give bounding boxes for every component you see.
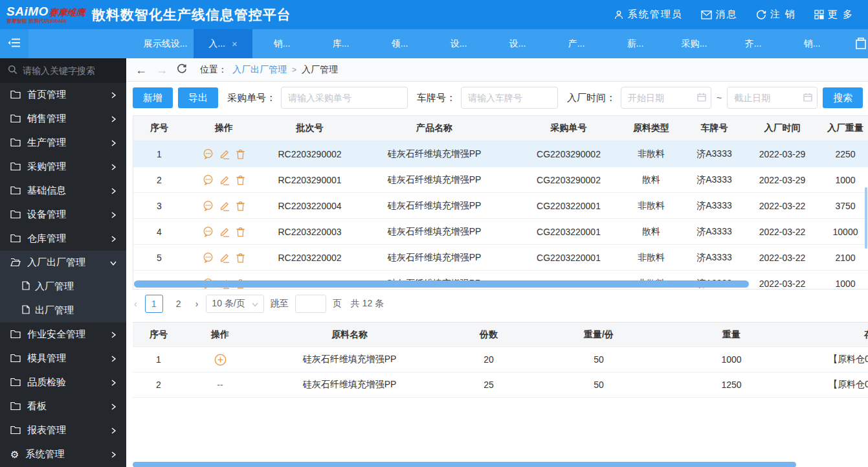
logout-icon [756, 10, 766, 20]
plate-input[interactable] [461, 87, 558, 109]
tab-purchase[interactable]: 采购... [665, 29, 724, 58]
edit-icon[interactable] [219, 175, 230, 185]
comment-icon[interactable] [203, 252, 214, 263]
chevron-right-icon [109, 139, 117, 147]
sidebar-item-equipment[interactable]: 设备管理 [0, 203, 126, 227]
tab-bar: 展示线设... 入... × 销... 库... 领... 设... 设... … [0, 29, 868, 58]
tab-sales[interactable]: 销... [252, 29, 311, 58]
more-label: 更 多 [828, 8, 854, 21]
delete-icon[interactable] [236, 253, 245, 263]
sidebar-item-basic-info[interactable]: 基础信息 [0, 179, 126, 203]
edit-icon[interactable] [219, 201, 230, 211]
vertical-scrollbar[interactable] [865, 187, 867, 249]
user-name: 系统管理员 [628, 8, 683, 21]
export-button[interactable]: 导出 [178, 87, 218, 108]
folder-icon [10, 329, 21, 340]
comment-icon[interactable] [203, 226, 214, 237]
tab-entry-label: 入... [208, 38, 225, 50]
search-input[interactable] [23, 65, 126, 76]
table-row[interactable]: 5 RC2203220002 硅灰石纤维填充增强PP CG2203220001 … [133, 245, 868, 271]
horizontal-scrollbar[interactable] [134, 280, 749, 288]
sidebar-item-purchase[interactable]: 采购管理 [0, 155, 126, 179]
table-row[interactable]: 1 RC2203290002 硅灰石纤维填充增强PP CG2203290002 … [133, 141, 868, 167]
sidebar-item-sales[interactable]: 销售管理 [0, 107, 126, 131]
folder-icon [10, 89, 21, 100]
table-row[interactable]: 4 RC2203220003 硅灰石纤维填充增强PP CG2203220001 … [133, 219, 868, 245]
sidebar-item-entry-exit[interactable]: 入厂出厂管理 [0, 251, 126, 275]
prev-page-button[interactable]: ‹ [133, 299, 139, 309]
sidebar: 首页管理 销售管理 生产管理 采购管理 基础信息 设备管理 仓库管理 入厂出厂管… [0, 58, 126, 467]
detail-row[interactable]: 2 -- 硅灰石纤维填充增强PP 25 50 1250 【原料仓0 [133, 372, 868, 398]
breadcrumb-parent-link[interactable]: 入厂出厂管理 [232, 64, 287, 76]
delete-icon[interactable] [236, 149, 245, 159]
search-button[interactable]: 搜索 [823, 87, 863, 108]
table-row[interactable]: 3 RC2203220004 硅灰石纤维填充增强PP CG2203220001 … [133, 193, 868, 219]
chevron-right-icon [109, 211, 117, 219]
back-button[interactable]: ← [135, 64, 147, 76]
sidebar-item-mold[interactable]: 模具管理 [0, 347, 126, 370]
page-horizontal-scrollbar[interactable] [133, 462, 796, 467]
tab-salary[interactable]: 薪... [606, 29, 665, 58]
next-page-button[interactable]: › [194, 299, 200, 309]
tab-sales-2[interactable]: 销... [783, 29, 841, 58]
delete-icon[interactable] [236, 201, 245, 211]
tab-device-2[interactable]: 设... [488, 29, 547, 58]
edit-icon[interactable] [219, 227, 230, 237]
messages-button[interactable]: 消息 [701, 8, 738, 21]
sidebar-item-kanban[interactable]: 看板 [0, 394, 126, 418]
comment-icon[interactable] [203, 148, 214, 159]
refresh-button[interactable] [177, 63, 187, 76]
clipboard-icon[interactable] [856, 38, 868, 51]
start-date-input[interactable] [621, 87, 711, 109]
end-date-input[interactable] [727, 87, 818, 109]
sidebar-item-warehouse[interactable]: 仓库管理 [0, 227, 126, 251]
comment-icon[interactable] [203, 200, 214, 211]
top-header: SAiMO 赛摩维鹰 赛摩智能 股票代码300466 散料数智化生产线信息管控平… [0, 0, 868, 29]
jump-page-input[interactable] [295, 295, 326, 313]
document-icon [22, 281, 30, 292]
logout-button[interactable]: 注 销 [756, 8, 796, 21]
logo-accent-text: 赛摩维鹰 [49, 8, 85, 17]
add-button[interactable]: 新增 [133, 87, 173, 108]
edit-icon[interactable] [219, 253, 230, 263]
sidebar-item-work-safety[interactable]: 作业安全管理 [0, 323, 126, 347]
chevron-right-icon [109, 187, 117, 195]
close-tab-icon[interactable]: × [232, 38, 238, 49]
more-button[interactable]: 更 多 [814, 8, 854, 21]
delete-icon[interactable] [236, 175, 245, 185]
sidebar-item-production[interactable]: 生产管理 [0, 131, 126, 155]
table-header-row: 序号 操作 批次号 产品名称 采购单号 原料类型 车牌号 入厂时间 入厂重量 [133, 116, 868, 141]
comment-icon[interactable] [203, 174, 214, 185]
page-size-select[interactable]: 10 条/页 [206, 295, 263, 313]
sidebar-item-home[interactable]: 首页管理 [0, 83, 126, 107]
sidebar-item-exit-mgmt[interactable]: 出厂管理 [0, 299, 126, 323]
tab-qi[interactable]: 齐... [724, 29, 783, 58]
plate-label: 车牌号： [417, 92, 456, 104]
tab-display-line[interactable]: 展示线设... [137, 29, 194, 58]
col-operation: 操作 [184, 329, 256, 341]
add-circle-icon[interactable] [214, 354, 227, 366]
sidebar-group-entry-exit: 入厂出厂管理 入厂管理 出厂管理 [0, 251, 126, 323]
tab-warehouse[interactable]: 库... [311, 29, 370, 58]
sidebar-item-quality[interactable]: 品质检验 [0, 370, 126, 394]
tab-device-1[interactable]: 设... [429, 29, 488, 58]
sidebar-item-system[interactable]: ⚙系统管理 [0, 442, 126, 466]
tab-pick[interactable]: 领... [370, 29, 429, 58]
delete-icon[interactable] [236, 227, 245, 237]
tab-entry-active[interactable]: 入... × [194, 29, 252, 58]
collapse-sidebar-button[interactable] [0, 29, 28, 58]
page-2-button[interactable]: 2 [170, 295, 188, 313]
collapse-menu-icon [8, 38, 21, 50]
tab-product[interactable]: 产... [547, 29, 606, 58]
po-input[interactable] [281, 87, 408, 109]
detail-row[interactable]: 1 硅灰石纤维填充增强PP 20 50 1000 【原料仓0 [133, 347, 868, 372]
sidebar-item-reports[interactable]: 报表管理 [0, 418, 126, 442]
edit-icon[interactable] [219, 149, 230, 159]
forward-button[interactable]: → [156, 64, 168, 76]
user-menu[interactable]: 系统管理员 [614, 8, 683, 21]
sidebar-item-entry-mgmt[interactable]: 入厂管理 [0, 275, 126, 299]
sidebar-search[interactable] [0, 58, 126, 83]
col-po: 采购单号 [512, 122, 625, 134]
table-row[interactable]: 2 RC2203290001 硅灰石纤维填充增强PP CG2203290002 … [133, 167, 868, 193]
page-1-button[interactable]: 1 [145, 295, 163, 313]
